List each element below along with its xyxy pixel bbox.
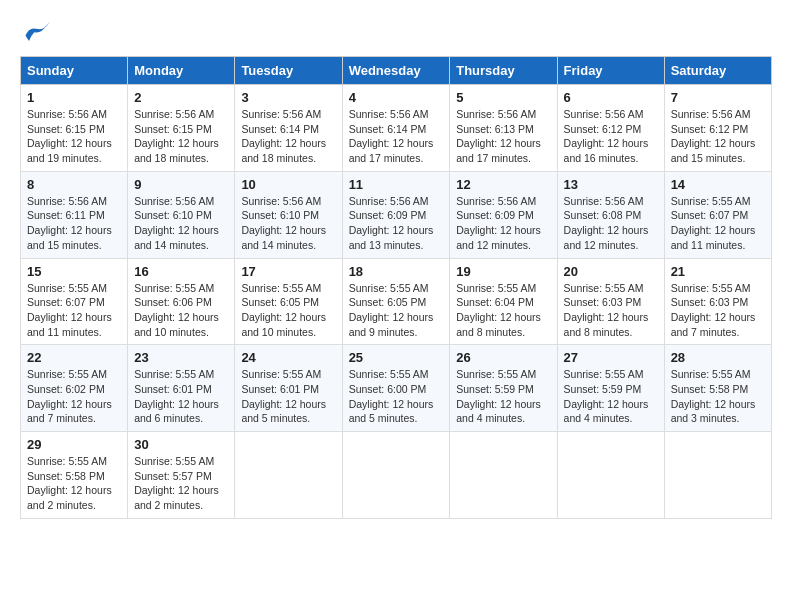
calendar-cell: 3 Sunrise: 5:56 AMSunset: 6:14 PMDayligh… bbox=[235, 85, 342, 172]
day-number: 3 bbox=[241, 90, 335, 105]
calendar-cell: 25 Sunrise: 5:55 AMSunset: 6:00 PMDaylig… bbox=[342, 345, 450, 432]
col-header-thursday: Thursday bbox=[450, 57, 557, 85]
col-header-friday: Friday bbox=[557, 57, 664, 85]
day-number: 1 bbox=[27, 90, 121, 105]
day-number: 30 bbox=[134, 437, 228, 452]
day-info: Sunrise: 5:56 AMSunset: 6:10 PMDaylight:… bbox=[134, 194, 228, 253]
day-info: Sunrise: 5:55 AMSunset: 6:04 PMDaylight:… bbox=[456, 281, 550, 340]
day-info: Sunrise: 5:56 AMSunset: 6:12 PMDaylight:… bbox=[564, 107, 658, 166]
day-number: 10 bbox=[241, 177, 335, 192]
col-header-tuesday: Tuesday bbox=[235, 57, 342, 85]
day-info: Sunrise: 5:55 AMSunset: 6:03 PMDaylight:… bbox=[564, 281, 658, 340]
day-info: Sunrise: 5:55 AMSunset: 5:58 PMDaylight:… bbox=[27, 454, 121, 513]
day-info: Sunrise: 5:55 AMSunset: 5:58 PMDaylight:… bbox=[671, 367, 765, 426]
day-info: Sunrise: 5:55 AMSunset: 5:57 PMDaylight:… bbox=[134, 454, 228, 513]
calendar-cell: 26 Sunrise: 5:55 AMSunset: 5:59 PMDaylig… bbox=[450, 345, 557, 432]
day-number: 28 bbox=[671, 350, 765, 365]
calendar-cell: 13 Sunrise: 5:56 AMSunset: 6:08 PMDaylig… bbox=[557, 171, 664, 258]
calendar-cell: 21 Sunrise: 5:55 AMSunset: 6:03 PMDaylig… bbox=[664, 258, 771, 345]
calendar-cell: 11 Sunrise: 5:56 AMSunset: 6:09 PMDaylig… bbox=[342, 171, 450, 258]
day-number: 26 bbox=[456, 350, 550, 365]
calendar-cell: 1 Sunrise: 5:56 AMSunset: 6:15 PMDayligh… bbox=[21, 85, 128, 172]
day-info: Sunrise: 5:55 AMSunset: 6:01 PMDaylight:… bbox=[134, 367, 228, 426]
day-info: Sunrise: 5:56 AMSunset: 6:09 PMDaylight:… bbox=[456, 194, 550, 253]
calendar-cell: 30 Sunrise: 5:55 AMSunset: 5:57 PMDaylig… bbox=[128, 432, 235, 519]
day-number: 7 bbox=[671, 90, 765, 105]
day-info: Sunrise: 5:55 AMSunset: 6:07 PMDaylight:… bbox=[27, 281, 121, 340]
day-info: Sunrise: 5:56 AMSunset: 6:11 PMDaylight:… bbox=[27, 194, 121, 253]
calendar-cell: 17 Sunrise: 5:55 AMSunset: 6:05 PMDaylig… bbox=[235, 258, 342, 345]
day-info: Sunrise: 5:55 AMSunset: 6:05 PMDaylight:… bbox=[241, 281, 335, 340]
day-info: Sunrise: 5:55 AMSunset: 6:07 PMDaylight:… bbox=[671, 194, 765, 253]
calendar-table: SundayMondayTuesdayWednesdayThursdayFrid… bbox=[20, 56, 772, 519]
day-number: 6 bbox=[564, 90, 658, 105]
day-number: 18 bbox=[349, 264, 444, 279]
day-info: Sunrise: 5:56 AMSunset: 6:12 PMDaylight:… bbox=[671, 107, 765, 166]
day-info: Sunrise: 5:55 AMSunset: 5:59 PMDaylight:… bbox=[564, 367, 658, 426]
calendar-cell bbox=[235, 432, 342, 519]
calendar-cell: 15 Sunrise: 5:55 AMSunset: 6:07 PMDaylig… bbox=[21, 258, 128, 345]
calendar-cell: 7 Sunrise: 5:56 AMSunset: 6:12 PMDayligh… bbox=[664, 85, 771, 172]
logo bbox=[20, 20, 50, 48]
day-info: Sunrise: 5:55 AMSunset: 6:01 PMDaylight:… bbox=[241, 367, 335, 426]
calendar-cell bbox=[557, 432, 664, 519]
calendar-cell bbox=[664, 432, 771, 519]
day-info: Sunrise: 5:56 AMSunset: 6:10 PMDaylight:… bbox=[241, 194, 335, 253]
day-info: Sunrise: 5:56 AMSunset: 6:15 PMDaylight:… bbox=[134, 107, 228, 166]
calendar-cell bbox=[342, 432, 450, 519]
calendar-week-2: 8 Sunrise: 5:56 AMSunset: 6:11 PMDayligh… bbox=[21, 171, 772, 258]
day-number: 16 bbox=[134, 264, 228, 279]
day-number: 11 bbox=[349, 177, 444, 192]
day-info: Sunrise: 5:56 AMSunset: 6:08 PMDaylight:… bbox=[564, 194, 658, 253]
day-number: 14 bbox=[671, 177, 765, 192]
day-info: Sunrise: 5:56 AMSunset: 6:14 PMDaylight:… bbox=[349, 107, 444, 166]
calendar-cell: 18 Sunrise: 5:55 AMSunset: 6:05 PMDaylig… bbox=[342, 258, 450, 345]
day-info: Sunrise: 5:55 AMSunset: 6:02 PMDaylight:… bbox=[27, 367, 121, 426]
day-info: Sunrise: 5:56 AMSunset: 6:15 PMDaylight:… bbox=[27, 107, 121, 166]
calendar-cell: 24 Sunrise: 5:55 AMSunset: 6:01 PMDaylig… bbox=[235, 345, 342, 432]
calendar-cell: 2 Sunrise: 5:56 AMSunset: 6:15 PMDayligh… bbox=[128, 85, 235, 172]
calendar-cell: 5 Sunrise: 5:56 AMSunset: 6:13 PMDayligh… bbox=[450, 85, 557, 172]
calendar-cell: 8 Sunrise: 5:56 AMSunset: 6:11 PMDayligh… bbox=[21, 171, 128, 258]
day-number: 20 bbox=[564, 264, 658, 279]
calendar-cell: 12 Sunrise: 5:56 AMSunset: 6:09 PMDaylig… bbox=[450, 171, 557, 258]
calendar-week-5: 29 Sunrise: 5:55 AMSunset: 5:58 PMDaylig… bbox=[21, 432, 772, 519]
day-number: 27 bbox=[564, 350, 658, 365]
calendar-cell: 28 Sunrise: 5:55 AMSunset: 5:58 PMDaylig… bbox=[664, 345, 771, 432]
calendar-cell: 29 Sunrise: 5:55 AMSunset: 5:58 PMDaylig… bbox=[21, 432, 128, 519]
day-number: 25 bbox=[349, 350, 444, 365]
day-number: 23 bbox=[134, 350, 228, 365]
calendar-cell: 27 Sunrise: 5:55 AMSunset: 5:59 PMDaylig… bbox=[557, 345, 664, 432]
calendar-cell: 19 Sunrise: 5:55 AMSunset: 6:04 PMDaylig… bbox=[450, 258, 557, 345]
day-info: Sunrise: 5:56 AMSunset: 6:13 PMDaylight:… bbox=[456, 107, 550, 166]
calendar-cell: 14 Sunrise: 5:55 AMSunset: 6:07 PMDaylig… bbox=[664, 171, 771, 258]
day-info: Sunrise: 5:56 AMSunset: 6:14 PMDaylight:… bbox=[241, 107, 335, 166]
calendar-cell bbox=[450, 432, 557, 519]
day-info: Sunrise: 5:55 AMSunset: 6:00 PMDaylight:… bbox=[349, 367, 444, 426]
calendar-week-1: 1 Sunrise: 5:56 AMSunset: 6:15 PMDayligh… bbox=[21, 85, 772, 172]
col-header-monday: Monday bbox=[128, 57, 235, 85]
day-info: Sunrise: 5:55 AMSunset: 6:06 PMDaylight:… bbox=[134, 281, 228, 340]
logo-icon bbox=[22, 20, 50, 48]
col-header-sunday: Sunday bbox=[21, 57, 128, 85]
col-header-wednesday: Wednesday bbox=[342, 57, 450, 85]
day-number: 19 bbox=[456, 264, 550, 279]
col-header-saturday: Saturday bbox=[664, 57, 771, 85]
day-number: 21 bbox=[671, 264, 765, 279]
header bbox=[20, 20, 772, 48]
day-info: Sunrise: 5:55 AMSunset: 6:05 PMDaylight:… bbox=[349, 281, 444, 340]
day-number: 24 bbox=[241, 350, 335, 365]
calendar-week-3: 15 Sunrise: 5:55 AMSunset: 6:07 PMDaylig… bbox=[21, 258, 772, 345]
day-number: 22 bbox=[27, 350, 121, 365]
day-number: 8 bbox=[27, 177, 121, 192]
day-info: Sunrise: 5:55 AMSunset: 6:03 PMDaylight:… bbox=[671, 281, 765, 340]
day-number: 12 bbox=[456, 177, 550, 192]
calendar-cell: 20 Sunrise: 5:55 AMSunset: 6:03 PMDaylig… bbox=[557, 258, 664, 345]
calendar-cell: 4 Sunrise: 5:56 AMSunset: 6:14 PMDayligh… bbox=[342, 85, 450, 172]
calendar-cell: 9 Sunrise: 5:56 AMSunset: 6:10 PMDayligh… bbox=[128, 171, 235, 258]
day-number: 5 bbox=[456, 90, 550, 105]
calendar-cell: 23 Sunrise: 5:55 AMSunset: 6:01 PMDaylig… bbox=[128, 345, 235, 432]
day-number: 4 bbox=[349, 90, 444, 105]
day-number: 9 bbox=[134, 177, 228, 192]
calendar-week-4: 22 Sunrise: 5:55 AMSunset: 6:02 PMDaylig… bbox=[21, 345, 772, 432]
